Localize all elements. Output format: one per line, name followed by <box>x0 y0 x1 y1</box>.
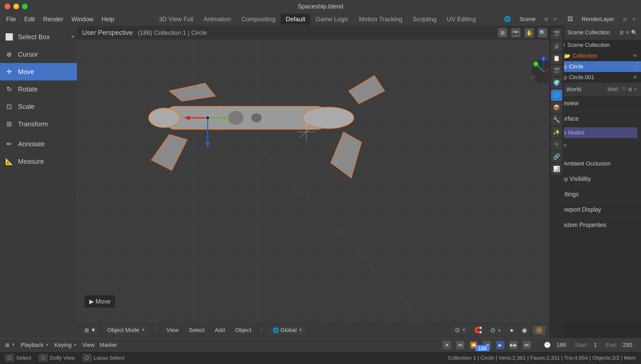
constraints-props-icon[interactable]: 🔗 <box>551 151 562 162</box>
circle-visibility-icon[interactable]: 👁 <box>633 64 637 69</box>
tool-measure[interactable]: 📐 Measure <box>0 153 77 170</box>
tool-move[interactable]: ✛ Move <box>0 63 77 80</box>
outliner-circle[interactable]: ◎ Circle 👁 <box>559 61 641 72</box>
scene-close-btn[interactable]: ✕ <box>553 16 557 22</box>
tool-selectbox[interactable]: ⬜ Select Box ▼ <box>0 28 77 46</box>
proportional-edit-btn[interactable]: ⊙ ▼ <box>452 326 469 335</box>
current-frame-value[interactable]: 186 <box>553 341 569 349</box>
jump-start-btn[interactable]: ⏮ <box>456 341 464 349</box>
scene-selector[interactable]: Scene <box>516 15 539 24</box>
view-zoom-icon[interactable]: 🔍 <box>538 28 547 37</box>
use-nodes-button[interactable]: Use Nodes <box>552 127 637 138</box>
world-props-icon[interactable]: 🌍 <box>551 77 562 89</box>
render-props-icon[interactable]: 🎬 <box>551 28 562 39</box>
scene-filter-btn[interactable]: ≡ <box>626 29 629 36</box>
menu-bar: File Edit Render Window Help <box>0 13 154 26</box>
bt-add[interactable]: Add <box>212 325 227 335</box>
data-props-icon[interactable]: 📊 <box>551 163 562 175</box>
play-btn[interactable]: ▶ <box>496 341 504 349</box>
world-new-btn[interactable]: ⊞ <box>628 87 632 92</box>
next-frame-btn[interactable]: ▶▶ <box>509 341 518 349</box>
3d-view-canvas[interactable]: ▶ Move X Y Z <box>77 40 564 322</box>
svg-line-0 <box>77 167 564 195</box>
tl-view[interactable]: View <box>82 342 94 348</box>
start-value[interactable]: 1 <box>590 341 600 349</box>
tab-scripting[interactable]: Scripting <box>407 14 442 25</box>
circle001-visibility-icon[interactable]: 👁 <box>633 75 637 80</box>
world-selector[interactable]: Worl <box>605 86 620 93</box>
tool-annotate[interactable]: ✏ Annotate <box>0 135 77 153</box>
ambient-occlusion-header[interactable]: ▶ Ambient Occlusion <box>552 159 637 168</box>
world-close-btn[interactable]: ✕ <box>634 87 637 92</box>
ray-visibility-header[interactable]: ▶ Ray Visibility <box>552 174 637 183</box>
tab-compositing[interactable]: Compositing <box>236 14 281 25</box>
physics-props-icon[interactable]: ⚛ <box>551 139 562 150</box>
minimize-button[interactable] <box>13 4 19 9</box>
lasso-kbd: ⬡ <box>83 354 92 361</box>
tab-motiontracking[interactable]: Motion Tracking <box>354 14 407 25</box>
bt-view[interactable]: View <box>164 325 181 335</box>
renderlayer-close-btn[interactable]: ✕ <box>632 16 636 22</box>
svg-point-4 <box>303 107 354 129</box>
end-value[interactable]: 250 <box>619 341 636 349</box>
editor-type-selector[interactable]: ⊞ ▼ <box>82 326 99 335</box>
tab-3dviewfull[interactable]: 3D View Full <box>154 14 198 25</box>
tab-default[interactable]: Default <box>281 14 310 25</box>
timeline-editor-selector[interactable]: ⊞ ▼ <box>5 342 16 348</box>
overlay-btn[interactable]: ⊙ ▼ <box>488 326 504 335</box>
tab-uvediting[interactable]: UV Editing <box>442 14 481 25</box>
shading-rendered-btn[interactable]: 🔆 <box>533 326 546 335</box>
view-hand-icon[interactable]: ✋ <box>525 28 534 37</box>
tab-animation[interactable]: Animation <box>198 14 236 25</box>
viewport-3d[interactable]: User Perspective (186) Collection 1 | Ci… <box>77 26 564 322</box>
world-shield-icon[interactable]: 🛡 <box>622 87 627 92</box>
object-props-icon[interactable]: 📦 <box>551 102 562 113</box>
output-props-icon[interactable]: 🖨 <box>551 40 562 52</box>
bt-object[interactable]: Object <box>233 325 254 335</box>
scene-props-icon[interactable]: 🎬 <box>551 65 562 76</box>
bt-select[interactable]: Select <box>186 325 207 335</box>
tl-playback[interactable]: Playback ▼ <box>21 342 49 348</box>
active-world-props-icon[interactable]: 🌐 <box>551 90 562 101</box>
preview-header[interactable]: ▶ Preview <box>552 99 637 108</box>
jump-end-btn[interactable]: ⏭ <box>523 341 531 349</box>
tool-scale[interactable]: ⊡ Scale <box>0 98 77 115</box>
menu-file[interactable]: File <box>3 14 20 24</box>
tool-transform[interactable]: ⊞ Transform <box>0 115 77 133</box>
view-grid-icon[interactable]: ⊞ <box>498 28 507 37</box>
tool-cursor[interactable]: ⊕ Cursor <box>0 46 77 63</box>
view-camera-icon[interactable]: 📷 <box>511 28 520 37</box>
shading-material-btn[interactable]: ◉ <box>519 326 530 335</box>
collection-visibility-icon[interactable]: 👁 <box>633 53 637 59</box>
close-button[interactable] <box>5 4 10 9</box>
tl-keying[interactable]: Keying ▼ <box>54 342 77 348</box>
view-layer-props-icon[interactable]: 📋 <box>551 53 562 64</box>
menu-render[interactable]: Render <box>39 14 67 24</box>
scene-add-btn[interactable]: ⊞ <box>544 16 548 22</box>
tl-marker[interactable]: Marker <box>99 342 117 348</box>
viewport-display-header[interactable]: ▶ Viewport Display <box>552 205 637 214</box>
tab-gamelogic[interactable]: Game Logic <box>310 14 354 25</box>
transform-selector[interactable]: 🌐 Global ▼ <box>269 326 306 335</box>
scene-display-btn[interactable]: ⊞ <box>619 29 624 36</box>
particles-props-icon[interactable]: ✨ <box>551 127 562 138</box>
scene-search-btn[interactable]: 🔍 <box>631 29 637 36</box>
outliner-circle001[interactable]: ◎ Circle.001 👁 <box>559 72 641 83</box>
play-dot-btn[interactable]: ● <box>443 341 451 349</box>
settings-header[interactable]: ▶ Settings <box>552 190 637 199</box>
renderlayer-selector[interactable]: RenderLayer <box>578 15 618 24</box>
tool-rotate[interactable]: ↻ Rotate <box>0 80 77 98</box>
custom-properties-header[interactable]: ▶ Custom Properties <box>552 221 637 230</box>
maximize-button[interactable] <box>22 4 28 9</box>
renderlayer-add-btn[interactable]: ⊞ <box>623 16 627 22</box>
mode-selector[interactable]: Object Mode ▼ <box>104 326 149 335</box>
menu-edit[interactable]: Edit <box>21 14 38 24</box>
snap-btn[interactable]: 🧲 <box>472 326 485 335</box>
move-tooltip: ▶ Move <box>85 295 115 308</box>
modifier-props-icon[interactable]: 🔧 <box>551 114 562 126</box>
surface-header[interactable]: ▼ Surface <box>552 114 637 123</box>
shading-solid-btn[interactable]: ● <box>507 326 516 335</box>
menu-window[interactable]: Window <box>68 14 97 24</box>
menu-help[interactable]: Help <box>98 14 118 24</box>
outliner-collection[interactable]: ▼ 📂 Collection 👁 <box>554 50 641 61</box>
